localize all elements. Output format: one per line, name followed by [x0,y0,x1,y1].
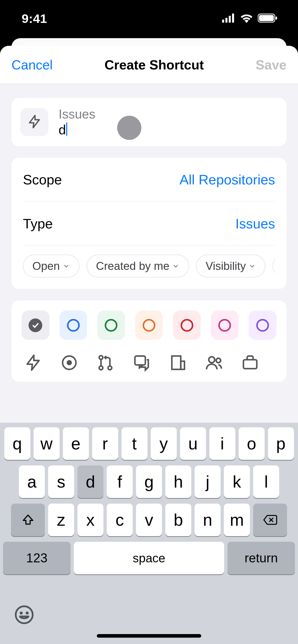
key-n[interactable]: n [195,504,221,536]
status-indicators [222,13,278,24]
svg-point-27 [21,612,22,614]
discussion-icon[interactable] [133,354,151,372]
key-l[interactable]: l [253,465,279,498]
numbers-key[interactable]: 123 [3,542,71,574]
key-p[interactable]: p [268,427,294,460]
people-icon[interactable] [205,354,223,372]
chevron-down-icon [248,262,256,270]
svg-point-10 [99,366,103,370]
svg-point-9 [99,356,103,359]
scope-label: Scope [23,172,62,187]
color-swatch-blue[interactable] [60,311,87,340]
svg-point-8 [67,361,71,365]
key-t[interactable]: t [121,427,147,460]
color-swatch-green[interactable] [97,311,125,340]
status-bar: 9:41 [0,0,298,34]
color-swatch-orange[interactable] [135,311,163,340]
shortcut-name-input[interactable]: d [59,122,96,137]
nav-bar: Cancel Create Shortcut Save [0,46,298,84]
lightning-icon[interactable] [24,354,42,372]
type-value: Issues [235,216,275,231]
status-time: 9:41 [22,11,47,26]
scope-row[interactable]: Scope All Repositories [23,158,275,202]
key-j[interactable]: j [195,465,221,498]
keyboard: qwertyuiop asdfghjkl zxcvbnm 123 space r… [0,423,298,644]
pull-request-icon[interactable] [97,354,114,372]
filter-chip-created-by-me[interactable]: Created by me [87,255,189,277]
color-swatch-pink[interactable] [211,311,239,340]
svg-rect-0 [222,20,224,23]
shortcut-settings-card: Scope All Repositories Type Issues Open … [11,158,287,289]
wifi-icon [240,13,253,24]
filter-chip-open[interactable]: Open [23,255,79,277]
space-key[interactable]: space [74,542,224,574]
svg-rect-6 [276,17,277,20]
svg-point-22 [216,358,221,363]
chevron-down-icon [172,262,180,270]
svg-point-28 [26,612,28,614]
key-s[interactable]: s [48,465,74,498]
type-label: Type [23,216,53,231]
shortcut-icon-preview[interactable] [20,108,48,136]
shortcut-name-placeholder: Issues [59,107,96,122]
return-key[interactable]: return [227,542,295,574]
color-swatch-row [22,311,276,340]
svg-rect-13 [172,356,181,370]
filter-chips-row[interactable]: Open Created by me Visibility Organizati… [23,246,275,289]
key-y[interactable]: y [151,427,177,460]
svg-point-21 [209,357,215,363]
key-z[interactable]: z [48,504,74,536]
color-swatch-purple[interactable] [249,311,276,340]
home-indicator[interactable] [97,634,201,638]
key-v[interactable]: v [136,504,162,536]
cellular-icon [222,13,235,24]
scope-value: All Repositories [180,172,275,187]
svg-point-26 [16,606,33,623]
key-q[interactable]: q [4,427,30,460]
key-x[interactable]: x [77,504,103,536]
lightning-icon [27,114,42,130]
shift-key[interactable] [11,504,45,536]
backspace-key[interactable] [253,504,287,536]
key-m[interactable]: m [224,504,250,536]
emoji-key[interactable] [14,605,34,626]
svg-rect-1 [225,18,227,23]
battery-icon [258,13,278,24]
cancel-button[interactable]: Cancel [11,57,53,72]
svg-rect-23 [243,360,257,369]
key-e[interactable]: e [63,427,89,460]
key-i[interactable]: i [209,427,235,460]
organization-icon[interactable] [169,354,187,372]
color-swatch-grey[interactable] [22,311,49,340]
key-w[interactable]: w [34,427,60,460]
key-b[interactable]: b [165,504,191,536]
svg-rect-3 [232,13,234,23]
key-g[interactable]: g [136,465,162,498]
key-r[interactable]: r [92,427,118,460]
svg-rect-14 [181,361,185,369]
issue-icon[interactable] [60,354,78,372]
icon-picker-row [22,340,276,372]
type-row[interactable]: Type Issues [23,202,275,246]
filter-chip-visibility[interactable]: Visibility [196,255,265,277]
nav-title: Create Shortcut [104,57,204,72]
key-h[interactable]: h [165,465,191,498]
key-u[interactable]: u [180,427,206,460]
key-a[interactable]: a [19,465,45,498]
shortcut-style-card [11,300,287,382]
touch-indicator [117,116,141,140]
filter-chip-organization[interactable]: Organization [273,255,275,277]
key-o[interactable]: o [239,427,265,460]
svg-rect-5 [259,15,274,21]
text-cursor [66,123,67,136]
save-button[interactable]: Save [256,57,287,72]
chevron-down-icon [62,262,70,270]
svg-rect-2 [229,16,231,23]
key-d[interactable]: d [77,465,103,498]
color-swatch-red[interactable] [173,311,201,340]
key-k[interactable]: k [224,465,250,498]
briefcase-icon[interactable] [241,354,259,372]
shortcut-name-card: Issues d [11,98,287,146]
key-f[interactable]: f [107,465,133,498]
key-c[interactable]: c [107,504,133,536]
